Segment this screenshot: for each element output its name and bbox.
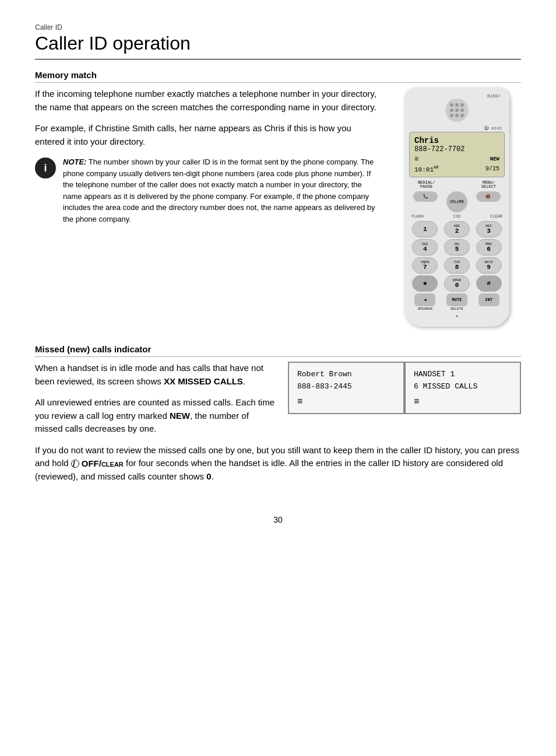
key-2[interactable]: ABC2: [444, 221, 470, 237]
off-clear-label: OFF/CLEAR: [82, 457, 124, 471]
key-9[interactable]: WXYZ9: [476, 257, 502, 274]
note-body: The number shown by your caller ID is in…: [63, 158, 375, 223]
clear-label: CLEAR: [490, 214, 502, 219]
keypad-row-1: 1 ABC2 DEF3: [409, 221, 505, 237]
screen-info-row: ≡ NEW: [414, 155, 499, 163]
redial-label: REDIAL/PAUSE: [418, 181, 435, 190]
screen-time: 10:01AM: [414, 165, 438, 173]
phone-image-col: RING! ⏻ atat Chris: [393, 88, 521, 327]
right-screens: HANDSET 1 6 MISSED CALLS ≡ Robert Brown …: [288, 362, 521, 424]
int-col: INT: [478, 293, 499, 311]
section-missed-calls: Missed (new) calls indicator HANDSET 1 6…: [35, 344, 521, 492]
phone-keypad: 1 ABC2 DEF3 GHI4 JKL5 MNO6 PQRS7 TUV8: [409, 221, 505, 292]
note-box: i NOTE: The number shown by your caller …: [35, 156, 381, 225]
speaker-label: SPEAKER: [418, 307, 432, 311]
section2-heading: Missed (new) calls indicator: [35, 344, 521, 357]
screen-icon: ≡: [414, 155, 418, 163]
screen-time-row: 10:01AM 9/25: [414, 165, 499, 173]
off-btn[interactable]: 📵: [476, 191, 501, 202]
screen-robert-brown: Robert Brown 888-883-2445 ≡: [288, 362, 404, 414]
keypad-row-4: ✱ OPER0 #: [409, 275, 505, 292]
screen-caller-number: 888-722-7702: [414, 145, 499, 153]
keypad-row-2: GHI4 JKL5 MNO6: [409, 239, 505, 256]
page-container: Caller ID Caller ID operation Memory mat…: [35, 23, 521, 524]
phone-btn[interactable]: 📞: [413, 191, 438, 202]
mute-col: MUTE DELETE: [446, 293, 467, 311]
note-text: NOTE: The number shown by your caller ID…: [63, 156, 381, 225]
screen-new-label: NEW: [490, 156, 499, 162]
para1: If the incoming telephone number exactly…: [35, 88, 381, 114]
key-6[interactable]: MNO6: [476, 239, 502, 256]
key-hash[interactable]: #: [476, 275, 502, 292]
label-row: FLASH CID CLEAR: [409, 214, 505, 219]
cid-label: CID: [453, 214, 461, 219]
key-1[interactable]: 1: [412, 221, 438, 237]
speaker-btn[interactable]: ◀: [414, 293, 435, 306]
key-7[interactable]: PQRS7: [412, 257, 438, 274]
phone-status-label: ⏻ atat: [409, 125, 505, 131]
phone-speaker-top: [445, 99, 469, 122]
screen-handset-1: HANDSET 1 6 MISSED CALLS ≡: [404, 362, 521, 414]
off-icon: [71, 460, 79, 468]
keypad-row-3: PQRS7 TUV8 WXYZ9: [409, 257, 505, 274]
phone-top: RING!: [409, 93, 505, 122]
para2: For example, if Christine Smith calls, h…: [35, 122, 381, 148]
key-8[interactable]: TUV8: [444, 257, 470, 274]
page-title: Caller ID operation: [35, 33, 521, 60]
page-number: 30: [35, 515, 521, 524]
screen1-icon: ≡: [414, 397, 512, 407]
volume-btn[interactable]: VOLUME: [446, 191, 467, 212]
screen2-icon: ≡: [297, 397, 395, 407]
speaker-col: ◀ SPEAKER: [414, 293, 435, 311]
screen-date: 9/25: [485, 166, 499, 172]
key-0[interactable]: OPER0: [444, 275, 470, 292]
key-star[interactable]: ✱: [412, 275, 438, 292]
screen2-line1: Robert Brown: [297, 369, 395, 381]
missed-para3: If you do not want to review the missed …: [35, 444, 521, 484]
off-clear-inline: OFF/CLEAR: [71, 457, 124, 471]
key-5[interactable]: JKL5: [444, 239, 470, 256]
bottom-btn-row: ◀ SPEAKER MUTE DELETE INT: [409, 293, 505, 311]
flash-label: FLASH: [411, 214, 424, 219]
key-3[interactable]: DEF3: [476, 221, 502, 237]
spacer: [452, 181, 464, 190]
key-4[interactable]: GHI4: [412, 239, 438, 256]
memory-match-content: If the incoming telephone number exactly…: [35, 88, 521, 327]
phone-screen: Chris 888-722-7702 ≡ NEW 10:01AM: [409, 132, 505, 177]
speaker-dots: [450, 103, 464, 117]
screen1-line1: HANDSET 1: [414, 369, 512, 381]
memory-match-text: If the incoming telephone number exactly…: [35, 88, 381, 233]
nav-btn-row: 📞 VOLUME 📵: [409, 191, 505, 212]
info-icon: i: [35, 158, 56, 178]
breadcrumb: Caller ID: [35, 23, 521, 32]
top-btn-row: REDIAL/PAUSE MENU/SELECT: [409, 181, 505, 190]
screen1-line2: 6 MISSED CALLS: [414, 381, 512, 393]
screen-caller-name: Chris: [414, 136, 499, 145]
menu-select-label: MENU/SELECT: [481, 181, 496, 190]
section-memory-match: Memory match If the incoming telephone n…: [35, 70, 521, 327]
screen2-line2: 888-883-2445: [297, 381, 395, 393]
ring-label: RING!: [409, 93, 505, 99]
phone-handset: RING! ⏻ atat Chris: [404, 88, 509, 327]
section1-heading: Memory match: [35, 70, 521, 83]
delete-label: DELETE: [451, 307, 463, 311]
bottom-dot: •: [409, 313, 505, 318]
int-btn[interactable]: INT: [478, 293, 499, 306]
mute-btn[interactable]: MUTE: [446, 293, 467, 306]
note-label: NOTE:: [63, 158, 86, 166]
